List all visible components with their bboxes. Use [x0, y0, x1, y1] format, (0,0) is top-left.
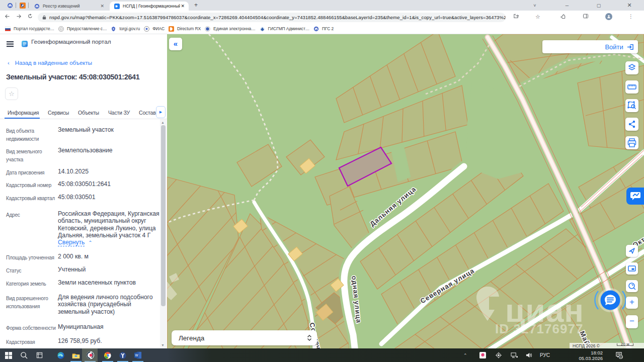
svg-text:22: 22 — [619, 355, 623, 358]
svg-text:ID 327176977: ID 327176977 — [495, 321, 583, 335]
